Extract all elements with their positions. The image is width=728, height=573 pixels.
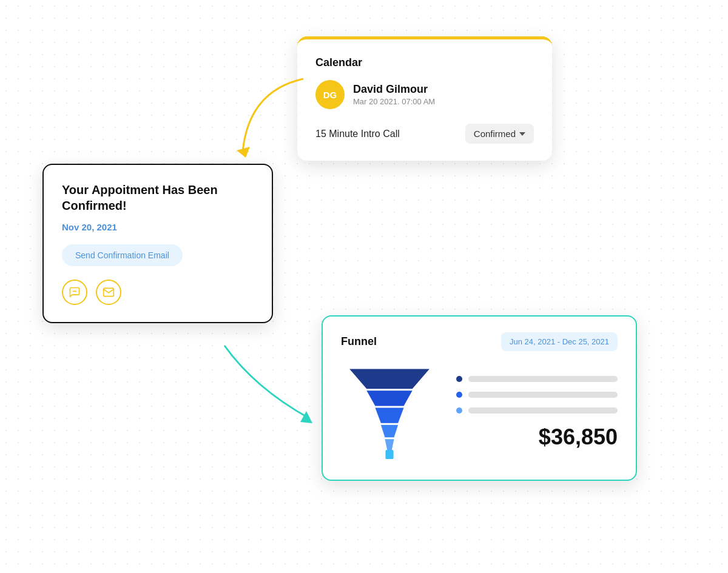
funnel-right: $36,850 xyxy=(456,376,618,450)
appointment-date: Nov 20, 2021 xyxy=(62,222,254,232)
svg-marker-8 xyxy=(300,411,312,423)
calendar-card-title: Calendar xyxy=(315,56,534,69)
funnel-body: $36,850 xyxy=(341,363,618,463)
icon-row xyxy=(62,280,254,305)
send-confirmation-button[interactable]: Send Confirmation Email xyxy=(62,244,183,266)
user-date: Mar 20 2021. 07:00 AM xyxy=(353,97,435,106)
user-name: David Gilmour xyxy=(353,83,435,96)
confirmed-badge[interactable]: Confirmed xyxy=(465,124,534,144)
funnel-card: Funnel Jun 24, 2021 - Dec 25, 2021 xyxy=(322,315,637,481)
funnel-title: Funnel xyxy=(341,335,377,348)
call-label: 15 Minute Intro Call xyxy=(315,129,400,139)
legend-bar-3 xyxy=(468,407,618,414)
legend-dot-2 xyxy=(456,392,462,398)
email-icon-circle[interactable] xyxy=(96,280,121,305)
teal-arrow xyxy=(206,340,328,439)
svg-rect-6 xyxy=(385,450,393,459)
funnel-amount: $36,850 xyxy=(456,424,618,450)
call-row: 15 Minute Intro Call Confirmed xyxy=(315,124,534,144)
funnel-header: Funnel Jun 24, 2021 - Dec 25, 2021 xyxy=(341,332,618,351)
confirmed-label: Confirmed xyxy=(474,129,516,139)
legend-bar-2 xyxy=(468,392,618,398)
svg-marker-2 xyxy=(366,390,412,406)
legend-bar-1 xyxy=(468,376,618,382)
user-info: David Gilmour Mar 20 2021. 07:00 AM xyxy=(353,83,435,106)
chat-icon-circle[interactable] xyxy=(62,280,87,305)
user-row: DG David Gilmour Mar 20 2021. 07:00 AM xyxy=(315,80,534,109)
appointment-title: Your Appoitment Has Been Confirmed! xyxy=(62,182,254,213)
funnel-visual xyxy=(341,363,438,463)
legend-item-2 xyxy=(456,392,618,398)
legend-item-1 xyxy=(456,376,618,382)
svg-marker-1 xyxy=(349,369,430,389)
chevron-down-icon xyxy=(519,132,525,136)
funnel-legend xyxy=(456,376,618,414)
legend-dot-1 xyxy=(456,376,462,382)
svg-marker-3 xyxy=(375,407,403,423)
svg-marker-5 xyxy=(385,439,394,450)
calendar-card: Calendar DG David Gilmour Mar 20 2021. 0… xyxy=(297,36,552,161)
legend-dot-3 xyxy=(456,407,462,414)
date-range-badge: Jun 24, 2021 - Dec 25, 2021 xyxy=(501,332,618,351)
legend-item-3 xyxy=(456,407,618,414)
svg-marker-4 xyxy=(381,425,398,438)
appointment-card: Your Appoitment Has Been Confirmed! Nov … xyxy=(42,164,273,323)
yellow-arrow xyxy=(224,73,322,172)
